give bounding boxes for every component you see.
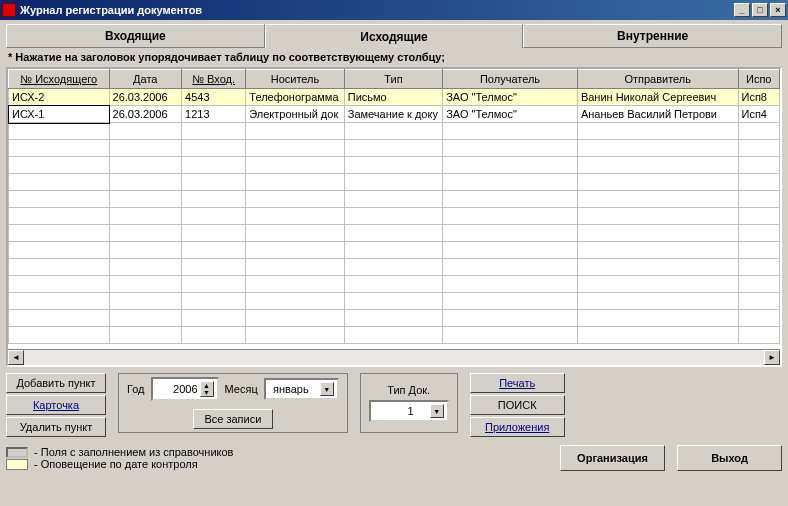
documents-table: № Исходящего Дата № Вход. Носитель Тип П… <box>6 67 782 367</box>
tab-outgoing[interactable]: Исходящие <box>265 24 524 48</box>
col-carrier[interactable]: Носитель <box>246 70 344 89</box>
col-in-no[interactable]: № Вход. <box>182 70 246 89</box>
year-spinner[interactable]: 2006 ▲▼ <box>151 377 219 401</box>
legend-ref-fields: - Поля с заполнением из справочников <box>6 446 548 458</box>
tab-incoming[interactable]: Входящие <box>6 24 265 48</box>
add-item-button[interactable]: Добавить пункт <box>6 373 106 393</box>
window-titlebar: Журнал регистрации документов _ □ × <box>0 0 788 20</box>
doctype-label: Тип Док. <box>369 384 449 396</box>
col-exec[interactable]: Испо <box>738 70 780 89</box>
col-out-no[interactable]: № Исходящего <box>9 70 110 89</box>
swatch-green-icon <box>6 447 28 458</box>
search-button[interactable]: ПОИСК <box>470 395 565 415</box>
legend-alert-date: - Оповещение по дате контроля <box>6 458 548 470</box>
col-sender[interactable]: Отправитель <box>577 70 738 89</box>
minimize-button[interactable]: _ <box>734 3 750 17</box>
app-icon <box>2 3 16 17</box>
window-title: Журнал регистрации документов <box>20 4 734 16</box>
col-recipient[interactable]: Получатель <box>443 70 578 89</box>
horizontal-scrollbar[interactable]: ◄ ► <box>8 349 780 365</box>
cell-editing: ИСХ-1 <box>9 106 110 123</box>
all-records-button[interactable]: Все записи <box>193 409 273 429</box>
exit-button[interactable]: Выход <box>677 445 782 471</box>
sort-hint: * Нажатие на заголовок упорядочивает таб… <box>6 48 782 67</box>
month-label: Месяц <box>225 383 258 395</box>
organization-button[interactable]: Организация <box>560 445 665 471</box>
maximize-button[interactable]: □ <box>752 3 768 17</box>
year-label: Год <box>127 383 145 395</box>
tab-bar: Входящие Исходящие Внутренние <box>6 24 782 48</box>
tab-internal[interactable]: Внутренние <box>523 24 782 48</box>
scroll-left-button[interactable]: ◄ <box>8 350 24 365</box>
col-type[interactable]: Тип <box>344 70 442 89</box>
doctype-combo[interactable]: 1 ▼ <box>369 400 449 422</box>
doctype-panel: Тип Док. 1 ▼ <box>360 373 458 433</box>
print-button[interactable]: Печать <box>470 373 565 393</box>
col-date[interactable]: Дата <box>109 70 182 89</box>
table-row[interactable]: ИСХ-126.03.2006 1213Электронный док Заме… <box>9 106 780 123</box>
card-button[interactable]: Карточка <box>6 395 106 415</box>
close-button[interactable]: × <box>770 3 786 17</box>
delete-item-button[interactable]: Удалить пункт <box>6 417 106 437</box>
month-combo[interactable]: январь ▼ <box>264 378 339 400</box>
scroll-right-button[interactable]: ► <box>764 350 780 365</box>
filter-panel: Год 2006 ▲▼ Месяц январь ▼ Все записи <box>118 373 348 433</box>
table-row[interactable]: ИСХ-226.03.2006 4543Телефонограмма Письм… <box>9 89 780 106</box>
attachments-button[interactable]: Приложения <box>470 417 565 437</box>
swatch-yellow-icon <box>6 459 28 470</box>
